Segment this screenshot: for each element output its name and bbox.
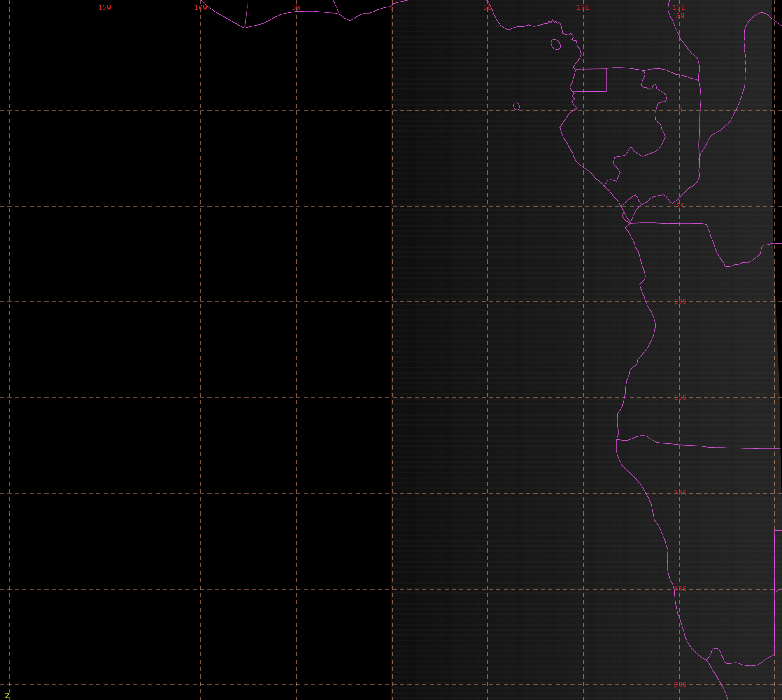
country-border: [572, 69, 607, 92]
country-border: [631, 223, 782, 267]
country-border: [635, 195, 642, 205]
scan-edge: [772, 0, 782, 521]
island-bioko: [549, 37, 562, 51]
country-border: [617, 436, 780, 449]
scan-edge-layer: [772, 0, 782, 521]
coastline-border-layer: [200, 0, 782, 700]
map-overlay-svg: [0, 0, 782, 700]
coastline: [486, 0, 728, 700]
country-border: [630, 12, 782, 224]
country-border: [604, 71, 667, 186]
country-border: [621, 195, 635, 207]
lat-lon-grid-layer: [0, 0, 782, 700]
country-border: [668, 0, 701, 165]
country-border: [774, 531, 775, 653]
country-border: [245, 0, 247, 26]
satellite-image-frame: 15W10W5W05E10E15E5N05S10S15S20S25S30S 2 …: [0, 0, 782, 700]
coastline: [200, 0, 409, 28]
country-border: [333, 0, 339, 12]
country-border: [706, 648, 774, 666]
country-border: [774, 530, 782, 531]
island-sao-tome: [512, 102, 520, 111]
country-border: [607, 68, 699, 81]
frame-counter: 2: [5, 692, 9, 700]
image-caption: MET-10 0.7 C12 HIGH-RES VIS AUG 17, 2017…: [274, 694, 400, 700]
